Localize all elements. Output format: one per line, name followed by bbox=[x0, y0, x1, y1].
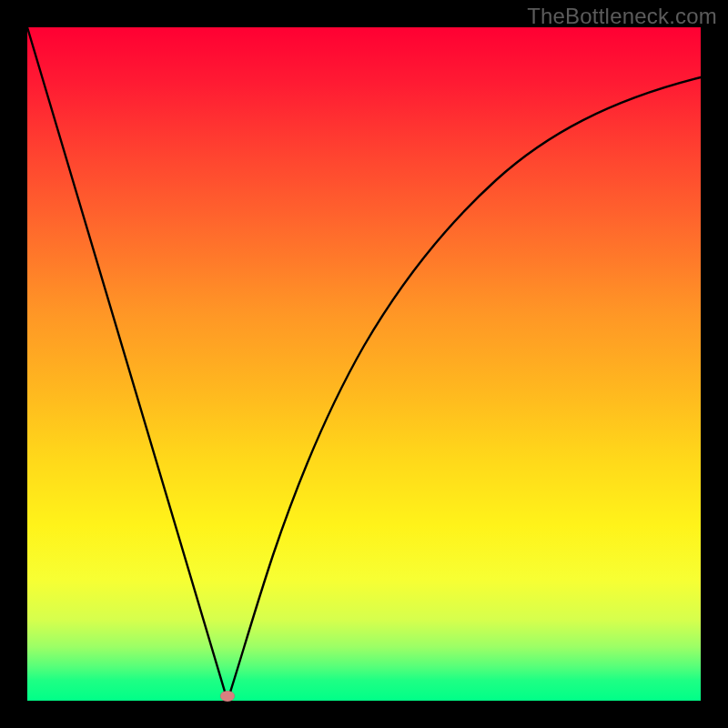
curve-layer bbox=[27, 27, 701, 701]
plot-area bbox=[27, 27, 701, 701]
chart-frame: TheBottleneck.com bbox=[0, 0, 728, 728]
optimum-marker bbox=[220, 691, 235, 702]
watermark-text: TheBottleneck.com bbox=[527, 4, 717, 29]
bottleneck-curve bbox=[27, 27, 701, 701]
